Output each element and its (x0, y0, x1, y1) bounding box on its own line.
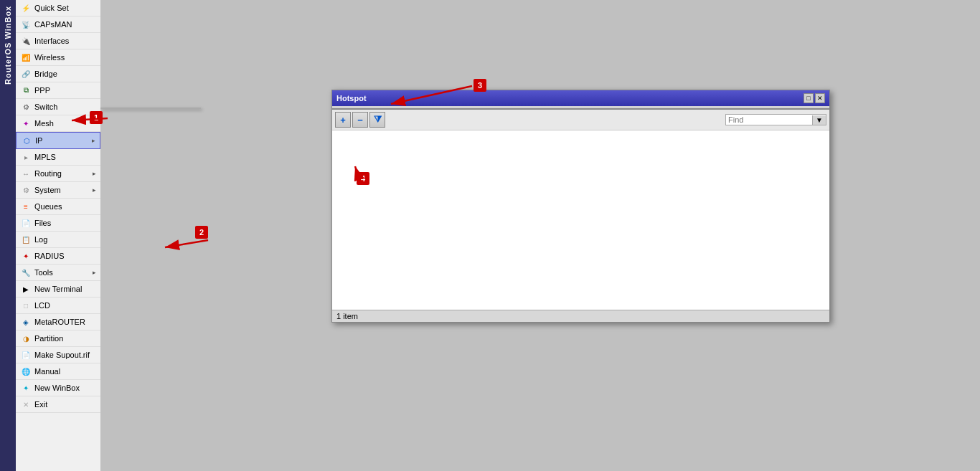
mesh-icon: ✦ (20, 118, 32, 129)
interfaces-icon: 🔌 (20, 35, 32, 47)
sidebar-item-makesupout[interactable]: 📄 Make Supout.rif (16, 347, 100, 363)
ip-arrow: ▸ (92, 137, 95, 144)
status-bar: 1 item (332, 310, 829, 322)
queues-icon: ≡ (20, 201, 32, 212)
find-input[interactable] (726, 115, 812, 125)
exit-icon: ✕ (20, 399, 32, 410)
sidebar-item-ip[interactable]: ⬡ IP ▸ (16, 132, 100, 149)
sidebar-item-bridge[interactable]: 🔗 Bridge (16, 66, 100, 82)
sidebar-item-wireless[interactable]: 📶 Wireless (16, 49, 100, 66)
mpls-label: MPLS (34, 153, 96, 161)
sidebar-item-manual[interactable]: 🌐 Manual (16, 363, 100, 380)
ip-icon: ⬡ (21, 135, 32, 146)
wireless-icon: 📶 (20, 52, 32, 63)
mesh-label: Mesh (34, 119, 96, 128)
log-icon: 📋 (20, 234, 32, 245)
manual-icon: 🌐 (20, 366, 32, 377)
badge-4: 4 (357, 172, 369, 185)
files-icon: 📄 (20, 217, 32, 229)
ppp-icon: ⧉ (20, 85, 32, 96)
sidebar-item-files[interactable]: 📄 Files (16, 215, 100, 232)
window-titlebar: Hotspot □ ✕ (332, 90, 829, 106)
interfaces-label: Interfaces (34, 37, 96, 45)
badge-3: 3 (473, 79, 486, 92)
sidebar-item-lcd[interactable]: □ LCD (16, 298, 100, 314)
capsman-icon: 📡 (20, 19, 32, 30)
sidebar-items: ⚡ Quick Set 📡 CAPsMAN 🔌 Interfaces 📶 Wir… (16, 0, 100, 471)
routing-icon: ↔ (20, 168, 32, 179)
brand-label: RouterOS WinBox (0, 0, 16, 471)
files-label: Files (34, 219, 96, 227)
sidebar-item-routing[interactable]: ↔ Routing ▸ (16, 166, 100, 182)
svg-line-2 (165, 240, 208, 247)
minimize-button[interactable]: □ (804, 93, 814, 103)
ip-submenu (100, 108, 201, 109)
sidebar-item-exit[interactable]: ✕ Exit (16, 396, 100, 413)
sidebar-item-interfaces[interactable]: 🔌 Interfaces (16, 33, 100, 49)
lcd-label: LCD (34, 301, 96, 310)
manual-label: Manual (34, 367, 96, 376)
queues-label: Queues (34, 202, 96, 211)
remove-button[interactable]: − (352, 112, 368, 128)
sidebar-item-metarouter[interactable]: ◈ MetaROUTER (16, 314, 100, 330)
badge-2: 2 (195, 226, 208, 239)
radius-icon: ✦ (20, 250, 32, 262)
sidebar: RouterOS WinBox ⚡ Quick Set 📡 CAPsMAN 🔌 … (0, 0, 100, 471)
system-label: System (34, 186, 93, 194)
ip-label: IP (35, 136, 92, 145)
tools-icon: 🔧 (20, 267, 32, 278)
tools-label: Tools (34, 268, 93, 277)
system-icon: ⚙ (20, 184, 32, 196)
sidebar-item-mesh[interactable]: ✦ Mesh (16, 115, 100, 132)
lcd-icon: □ (20, 300, 32, 311)
wireless-label: Wireless (34, 53, 96, 62)
metarouter-label: MetaROUTER (34, 318, 96, 326)
find-arrow[interactable]: ▼ (812, 115, 826, 125)
window-controls: □ ✕ (804, 93, 825, 103)
newterminal-icon: ▶ (20, 283, 32, 295)
routing-label: Routing (34, 169, 93, 178)
sidebar-item-newwinbox[interactable]: ✦ New WinBox (16, 380, 100, 396)
quickset-icon: ⚡ (20, 2, 32, 14)
sidebar-item-switch[interactable]: ⚙ Switch (16, 99, 100, 115)
routing-arrow: ▸ (93, 170, 96, 177)
badge-1: 1 (90, 111, 103, 124)
add-button[interactable]: + (335, 112, 351, 128)
window-title: Hotspot (336, 94, 367, 103)
switch-icon: ⚙ (20, 101, 32, 113)
sidebar-item-newterminal[interactable]: ▶ New Terminal (16, 281, 100, 298)
close-button[interactable]: ✕ (815, 93, 825, 103)
window-toolbar: + − ⧩ ▼ (332, 110, 829, 130)
mpls-icon: ▸ (20, 151, 32, 163)
log-label: Log (34, 235, 96, 244)
newwinbox-icon: ✦ (20, 382, 32, 394)
bridge-icon: 🔗 (20, 68, 32, 80)
sidebar-item-tools[interactable]: 🔧 Tools ▸ (16, 265, 100, 281)
sidebar-item-mpls[interactable]: ▸ MPLS (16, 149, 100, 166)
sidebar-item-partition[interactable]: ◑ Partition (16, 330, 100, 347)
tools-arrow: ▸ (93, 269, 96, 276)
quickset-label: Quick Set (34, 4, 96, 12)
filter-button[interactable]: ⧩ (369, 112, 385, 128)
capsman-label: CAPsMAN (34, 20, 96, 29)
makesupout-label: Make Supout.rif (34, 351, 96, 359)
hotspot-window: Hotspot □ ✕ + − ⧩ ▼ 1 item (331, 90, 830, 323)
makesupout-icon: 📄 (20, 349, 32, 361)
ppp-label: PPP (34, 86, 96, 95)
sidebar-item-system[interactable]: ⚙ System ▸ (16, 182, 100, 199)
newterminal-label: New Terminal (34, 285, 96, 293)
switch-label: Switch (34, 103, 96, 111)
sidebar-item-capsman[interactable]: 📡 CAPsMAN (16, 16, 100, 33)
system-arrow: ▸ (93, 186, 96, 194)
partition-label: Partition (34, 334, 96, 343)
bridge-label: Bridge (34, 70, 96, 78)
sidebar-item-ppp[interactable]: ⧉ PPP (16, 82, 100, 99)
sidebar-item-log[interactable]: 📋 Log (16, 232, 100, 248)
sidebar-item-radius[interactable]: ✦ RADIUS (16, 248, 100, 265)
sidebar-item-queues[interactable]: ≡ Queues (16, 199, 100, 215)
sidebar-item-quickset[interactable]: ⚡ Quick Set (16, 0, 100, 16)
partition-icon: ◑ (20, 333, 32, 344)
table-area (332, 130, 829, 310)
find-box: ▼ (725, 114, 826, 125)
exit-label: Exit (34, 400, 96, 409)
